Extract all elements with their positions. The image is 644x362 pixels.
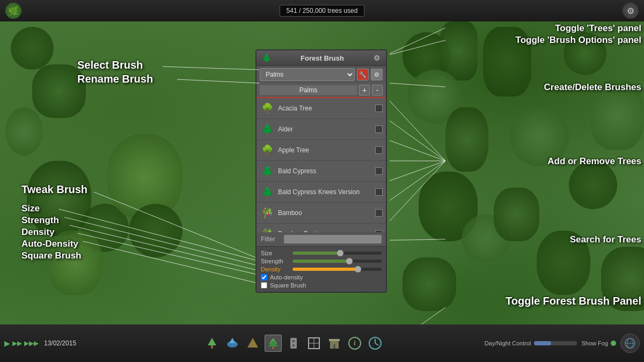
filter-input[interactable] xyxy=(284,235,382,243)
density-thumb[interactable] xyxy=(355,266,361,272)
density-slider-row: Density xyxy=(261,266,382,272)
tree-icon: 🌲 xyxy=(260,122,275,137)
density-track[interactable] xyxy=(292,268,382,271)
brush-selector-row: Palms 🔧 ⚙ xyxy=(257,66,386,83)
svg-rect-28 xyxy=(290,338,297,349)
tree-icon: 🌲 xyxy=(260,184,275,200)
tree-name: Bamboo xyxy=(278,209,375,217)
tree-decor xyxy=(564,32,606,75)
taskbar-left: ▶ ▶▶ ▶▶▶ 13/02/2015 xyxy=(0,339,107,348)
tree-decor xyxy=(569,161,617,209)
size-thumb[interactable] xyxy=(337,250,343,256)
tree-checkbox[interactable] xyxy=(375,230,383,232)
create-brush-button[interactable]: + xyxy=(359,85,370,95)
brush-options: Size Strength Density Auto-density xyxy=(257,246,386,292)
size-slider-row: Size xyxy=(261,250,382,256)
toolbar-info-icon[interactable]: i xyxy=(346,335,363,352)
day-night-slider[interactable] xyxy=(534,341,577,345)
panel-tree-icon: 🌲 xyxy=(262,54,271,62)
tree-item[interactable]: 🎋 Bamboo xyxy=(257,203,386,224)
tree-icon: 🎋 xyxy=(260,226,275,232)
brush-tool-button[interactable]: 🔧 xyxy=(357,69,369,80)
svg-marker-24 xyxy=(247,338,258,348)
settings-button[interactable]: ⚙ xyxy=(623,3,639,19)
tree-item[interactable]: 🎋 Bamboo Bent xyxy=(257,224,386,232)
tree-name: Apple Tree xyxy=(278,146,375,154)
top-left-icon: 🌿 xyxy=(8,6,19,16)
brush-name-row: + - xyxy=(257,83,386,98)
brush-gear-button[interactable]: ⚙ xyxy=(371,69,383,80)
strength-thumb[interactable] xyxy=(346,258,353,264)
tree-decor xyxy=(601,247,644,311)
settings-icon: ⚙ xyxy=(627,6,634,16)
toolbar-terrain-icon[interactable] xyxy=(244,335,261,352)
fast-forward-button[interactable]: ▶▶ xyxy=(12,339,22,347)
fog-dot[interactable] xyxy=(611,341,616,346)
tree-decor xyxy=(5,107,43,156)
map-button[interactable] xyxy=(620,334,640,353)
tree-checkbox[interactable] xyxy=(375,188,383,196)
taskbar: ▶ ▶▶ ▶▶▶ 13/02/2015 xyxy=(0,324,644,362)
auto-density-label: Auto-density xyxy=(270,274,303,280)
strength-slider-row: Strength xyxy=(261,258,382,264)
svg-marker-23 xyxy=(229,338,236,343)
tree-decor xyxy=(483,27,531,97)
tree-decor xyxy=(48,231,102,295)
tree-decor xyxy=(590,80,644,150)
toolbar-buildings-icon[interactable] xyxy=(326,335,343,352)
toolbar-forest-icon[interactable] xyxy=(265,335,282,352)
toolbar-trees-icon[interactable] xyxy=(203,335,221,352)
tree-item[interactable]: 🌳 Apple Tree xyxy=(257,140,386,161)
square-brush-label: Square Brush xyxy=(270,282,306,289)
panel-settings-icon[interactable]: ⚙ xyxy=(374,54,380,62)
strength-track[interactable] xyxy=(292,260,382,263)
tree-decor xyxy=(402,257,456,311)
tree-item[interactable]: 🌳 Acacia Tree xyxy=(257,98,386,119)
tree-decor xyxy=(445,107,488,172)
toolbar-zones-icon[interactable] xyxy=(305,335,323,352)
tree-icon: 🌳 xyxy=(260,143,275,158)
panel-title: Forest Brush xyxy=(301,54,344,62)
toolbar-roads-icon[interactable] xyxy=(285,335,302,352)
svg-rect-21 xyxy=(211,345,213,349)
size-track[interactable] xyxy=(292,252,382,255)
density-fill xyxy=(292,268,360,271)
svg-rect-36 xyxy=(333,344,335,349)
tree-item[interactable]: 🌲 Bald Cypress xyxy=(257,161,386,182)
play-button[interactable]: ▶ xyxy=(4,339,10,348)
tree-decor xyxy=(129,204,182,257)
tree-name: Bamboo Bent xyxy=(278,230,375,232)
square-brush-row: Square Brush xyxy=(261,282,382,289)
toolbar-stats-icon[interactable] xyxy=(367,335,384,352)
delete-brush-button[interactable]: - xyxy=(372,85,383,95)
tree-icon: 🌳 xyxy=(260,101,275,116)
tree-item[interactable]: 🌲 Bald Cypress Knees Version xyxy=(257,182,386,203)
brush-dropdown[interactable]: Palms xyxy=(260,68,355,81)
forest-brush-panel: 🌲 Forest Brush ⚙ Palms 🔧 ⚙ + - 🌳 Acacia … xyxy=(255,49,387,293)
svg-text:i: i xyxy=(354,339,356,347)
fast-forward-button2[interactable]: ▶▶▶ xyxy=(24,339,39,347)
tree-decor xyxy=(32,64,86,118)
strength-label: Strength xyxy=(261,258,290,264)
toolbar-water-icon[interactable] xyxy=(224,335,241,352)
auto-density-checkbox[interactable] xyxy=(261,274,267,280)
date-display: 13/02/2015 xyxy=(44,339,76,347)
svg-rect-35 xyxy=(329,339,340,341)
tree-decor xyxy=(537,231,590,295)
tree-checkbox[interactable] xyxy=(375,209,383,217)
day-night-control: Day/Night Control xyxy=(485,340,577,346)
tree-checkbox[interactable] xyxy=(375,125,383,133)
tree-name: Acacia Tree xyxy=(278,105,375,112)
taskbar-right: Day/Night Control Show Fog xyxy=(480,334,644,353)
show-fog-control: Show Fog xyxy=(581,340,616,346)
tree-checkbox[interactable] xyxy=(375,105,383,112)
auto-density-row: Auto-density xyxy=(261,274,382,280)
tree-item[interactable]: 🌲 Alder xyxy=(257,119,386,140)
density-label: Density xyxy=(261,266,290,272)
brush-name-input[interactable] xyxy=(260,85,357,95)
tree-checkbox[interactable] xyxy=(375,146,383,154)
tree-checkbox[interactable] xyxy=(375,167,383,175)
top-left-button[interactable]: 🌿 xyxy=(5,3,21,19)
trees-counter: 541 / 250,000 trees used xyxy=(280,5,365,17)
square-brush-checkbox[interactable] xyxy=(261,282,267,289)
